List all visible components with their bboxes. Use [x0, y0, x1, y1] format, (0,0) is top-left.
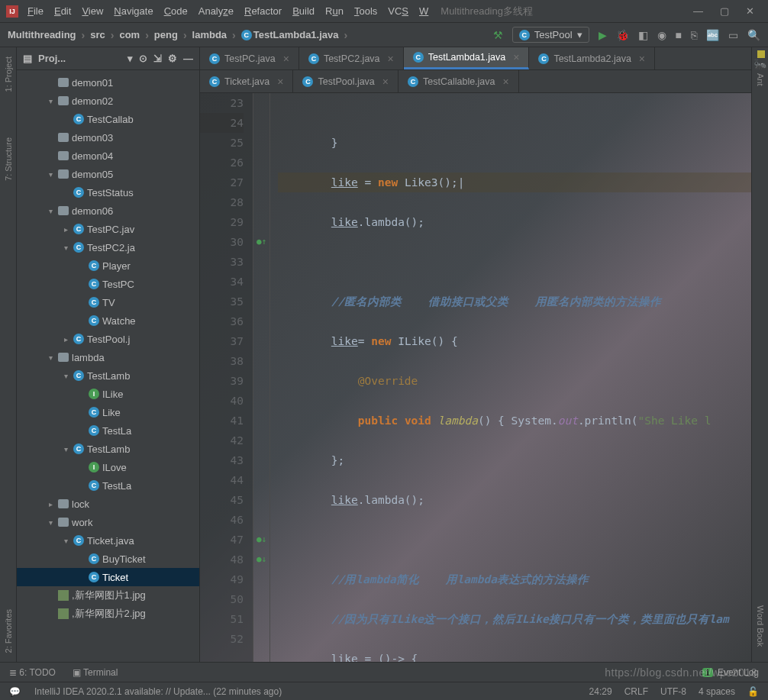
- line-number[interactable]: 51: [200, 609, 244, 629]
- editor-tab[interactable]: CTestPC2.java×: [299, 47, 404, 69]
- coverage-icon[interactable]: ◧: [638, 29, 648, 41]
- run-button-icon[interactable]: ▶: [599, 29, 607, 41]
- menu-analyze[interactable]: Analyze: [198, 5, 234, 17]
- expand-icon[interactable]: ⇲: [153, 53, 162, 64]
- tree-arrow-icon[interactable]: ▸: [61, 225, 70, 234]
- tree-item[interactable]: CTestCallab: [17, 110, 199, 128]
- tree-item[interactable]: CTicket: [17, 568, 199, 586]
- hide-icon[interactable]: —: [183, 53, 193, 64]
- translate-icon[interactable]: 🔤: [706, 29, 719, 41]
- status-message[interactable]: IntelliJ IDEA 2020.2.1 available: // Upd…: [34, 686, 282, 697]
- indent[interactable]: 4 spaces: [699, 686, 735, 697]
- tab-close-icon[interactable]: ×: [385, 53, 394, 65]
- implements-down-marker-icon[interactable]: ●↓: [257, 530, 266, 550]
- menu-run[interactable]: Run: [325, 5, 344, 17]
- close-icon[interactable]: ✕: [746, 5, 754, 17]
- tree-item[interactable]: ▸CTestPool.j: [17, 330, 199, 348]
- tree-item[interactable]: ▾lambda: [17, 348, 199, 366]
- tree-item[interactable]: ▾demon06: [17, 202, 199, 220]
- tree-item[interactable]: CTV: [17, 293, 199, 311]
- tab-close-icon[interactable]: ×: [500, 76, 509, 88]
- tree-item[interactable]: ,新华网图片1.jpg: [17, 586, 199, 605]
- line-number[interactable]: 29: [200, 212, 244, 232]
- line-number[interactable]: 35: [200, 292, 244, 311]
- run-config-selector[interactable]: C TestPool ▾: [512, 27, 589, 43]
- status-notification-icon[interactable]: 💬: [9, 686, 21, 697]
- tree-arrow-icon[interactable]: ▾: [61, 372, 70, 380]
- tab-close-icon[interactable]: ×: [636, 53, 645, 65]
- tree-arrow-icon[interactable]: ▾: [46, 353, 55, 362]
- editor-tab[interactable]: CTestCallable.java×: [399, 70, 519, 92]
- line-number[interactable]: 49: [200, 569, 244, 589]
- tree-item[interactable]: ▾CTestLamb: [17, 366, 199, 385]
- tab-close-icon[interactable]: ×: [274, 76, 283, 88]
- line-number[interactable]: 41: [200, 411, 244, 431]
- line-number[interactable]: 36: [200, 311, 244, 331]
- tree-item[interactable]: demon01: [17, 73, 199, 92]
- settings-icon[interactable]: ⚙: [168, 53, 177, 64]
- line-number[interactable]: 26: [200, 153, 244, 173]
- tree-item[interactable]: ▾demon05: [17, 165, 199, 183]
- tree-item[interactable]: ▾CTestLamb: [17, 440, 199, 458]
- line-number[interactable]: 42: [200, 431, 244, 450]
- override-up-marker-icon[interactable]: ●↑: [257, 232, 266, 252]
- tree-item[interactable]: ▸CTestPC.jav: [17, 220, 199, 238]
- menu-edit[interactable]: Edit: [54, 5, 71, 17]
- line-number[interactable]: 39: [200, 371, 244, 391]
- menu-build[interactable]: Build: [292, 5, 315, 17]
- profiler-icon[interactable]: ◉: [657, 29, 666, 41]
- tool-wordbook[interactable]: Word Book: [756, 605, 765, 647]
- code-body[interactable]: } like = new Like3();| like.lambda(); //…: [270, 93, 751, 662]
- tree-item[interactable]: CTestLa: [17, 421, 199, 440]
- line-number[interactable]: 40: [200, 391, 244, 411]
- tree-item[interactable]: CTestLa: [17, 476, 199, 495]
- tree-arrow-icon[interactable]: ▾: [46, 207, 55, 215]
- tool-favorites[interactable]: 2: Favorites: [4, 609, 13, 653]
- tab-close-icon[interactable]: ×: [379, 76, 389, 88]
- editor-tab[interactable]: CTestPool.java×: [293, 70, 399, 92]
- line-number[interactable]: 50: [200, 589, 244, 609]
- line-number[interactable]: 43: [200, 450, 244, 470]
- line-number[interactable]: 30: [200, 232, 244, 252]
- implements-down-marker-icon[interactable]: ●↓: [257, 550, 266, 569]
- line-number[interactable]: 38: [200, 351, 244, 371]
- menu-vcs[interactable]: VCS: [388, 5, 408, 17]
- tree-item[interactable]: CBuyTicket: [17, 550, 199, 568]
- line-number[interactable]: 48: [200, 550, 244, 569]
- line-sep[interactable]: CRLF: [624, 686, 648, 697]
- editor-tab[interactable]: CTestPC.java×: [200, 47, 299, 69]
- code-editor[interactable]: 2324252627282930333435363738394041424344…: [200, 93, 751, 662]
- stop-icon[interactable]: ■: [676, 29, 682, 41]
- tree-item[interactable]: demon04: [17, 147, 199, 165]
- tree-item[interactable]: CTestStatus: [17, 183, 199, 202]
- editor-tab[interactable]: CTestLambda1.java×: [404, 47, 530, 69]
- project-tree[interactable]: demon01▾demon02CTestCallabdemon03demon04…: [17, 70, 199, 662]
- readonly-icon[interactable]: 🔓: [747, 686, 759, 697]
- ant-icon[interactable]: 🐜: [753, 58, 766, 70]
- tree-item[interactable]: IILove: [17, 458, 199, 476]
- git-icon[interactable]: ⎘: [691, 29, 697, 41]
- tree-arrow-icon[interactable]: ▸: [61, 335, 70, 344]
- tool-structure[interactable]: 7: Structure: [4, 137, 13, 181]
- search-icon[interactable]: 🔍: [747, 29, 760, 41]
- maximize-icon[interactable]: ▢: [720, 5, 729, 17]
- tree-arrow-icon[interactable]: ▾: [46, 170, 55, 179]
- tool-ant[interactable]: Ant: [756, 73, 765, 86]
- line-number[interactable]: 33: [200, 252, 244, 272]
- encoding[interactable]: UTF-8: [660, 686, 686, 697]
- tree-item[interactable]: ▾demon02: [17, 92, 199, 110]
- tool-project[interactable]: 1: Project: [4, 56, 13, 92]
- line-number[interactable]: 44: [200, 470, 244, 490]
- crumb-root[interactable]: Multithreading: [8, 29, 76, 40]
- tree-item[interactable]: IILike: [17, 385, 199, 403]
- hammer-build-icon[interactable]: ⚒: [493, 29, 503, 41]
- tree-item[interactable]: CLike: [17, 403, 199, 421]
- menu-tools[interactable]: Tools: [354, 5, 377, 17]
- line-number[interactable]: 34: [200, 272, 244, 292]
- crumb-2[interactable]: com: [119, 29, 140, 40]
- tab-close-icon[interactable]: ×: [280, 53, 289, 65]
- presentation-icon[interactable]: ▭: [728, 29, 738, 41]
- tab-close-icon[interactable]: ×: [510, 51, 519, 63]
- tree-arrow-icon[interactable]: ▾: [61, 537, 70, 545]
- dropdown-icon[interactable]: ▾: [127, 53, 133, 64]
